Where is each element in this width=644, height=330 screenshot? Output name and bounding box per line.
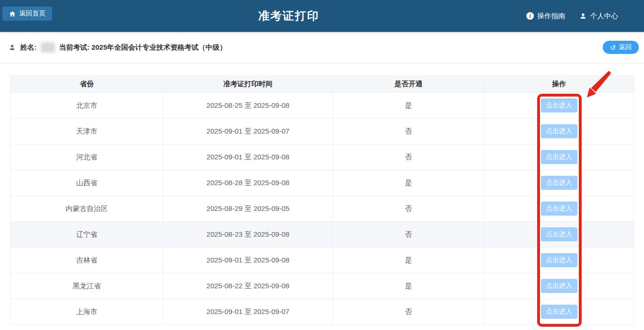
table-row: 天津市2025-09-01 至 2025-09-07否点击进入 [11,119,634,144]
enter-button[interactable]: 点击进入 [541,227,577,241]
table-row: 山西省2025-08-28 至 2025-09-08是点击进入 [11,170,634,196]
top-header-bar: 返回首页 准考证打印 i 操作指南 个人中心 [0,0,644,32]
print-period-cell: 2025-08-25 至 2025-09-08 [163,93,333,119]
action-cell: 点击进入 [484,144,634,170]
table-row: 河北省2025-09-01 至 2025-09-08否点击进入 [11,144,634,170]
main-content: 省份 准考证打印时间 是否开通 操作 北京市2025-08-25 至 2025-… [0,63,644,325]
home-icon [9,10,16,17]
print-period-cell: 2025-08-28 至 2025-09-08 [163,170,333,196]
table-row: 上海市2025-09-01 至 2025-09-07否点击进入 [11,299,634,325]
user-icon [579,12,587,20]
topbar-actions: i 操作指南 个人中心 [526,0,618,32]
print-period-cell: 2025-08-29 至 2025-09-05 [163,196,333,222]
open-status-cell: 否 [333,196,484,222]
table-header-row: 省份 准考证打印时间 是否开通 操作 [11,76,634,93]
return-label: 返回 [619,43,632,52]
action-cell: 点击进入 [484,170,634,196]
print-period-cell: 2025-09-01 至 2025-09-08 [163,144,333,170]
table-row: 北京市2025-08-25 至 2025-09-08是点击进入 [11,93,634,119]
back-home-button[interactable]: 返回首页 [2,7,52,21]
enter-button[interactable]: 点击进入 [541,124,577,138]
province-cell: 河北省 [11,144,163,170]
current-exam-label: 当前考试: 2025年全国会计专业技术资格考试（中级） [59,43,227,52]
back-home-label: 返回首页 [19,9,45,18]
print-period-cell: 2025-09-01 至 2025-09-07 [163,119,333,144]
table-row: 内蒙古自治区2025-08-29 至 2025-09-05否点击进入 [11,196,634,222]
print-period-cell: 2025-08-22 至 2025-09-08 [163,273,333,299]
province-cell: 内蒙古自治区 [11,196,163,222]
action-cell: 点击进入 [484,93,634,119]
open-status-cell: 是 [333,248,484,273]
col-header-print-period: 准考证打印时间 [163,76,333,93]
open-status-cell: 否 [333,222,484,248]
table-row: 黑龙江省2025-08-22 至 2025-09-08是点击进入 [11,273,634,299]
person-icon [8,44,16,51]
page-title: 准考证打印 [258,8,319,23]
print-period-cell: 2025-09-01 至 2025-09-07 [163,299,333,325]
action-cell: 点击进入 [484,299,634,325]
action-cell: 点击进入 [484,248,634,273]
open-status-cell: 否 [333,299,484,325]
action-cell: 点击进入 [484,273,634,299]
enter-button[interactable]: 点击进入 [541,305,577,319]
open-status-cell: 否 [333,119,484,144]
action-cell: 点击进入 [484,196,634,222]
open-status-cell: 是 [333,273,484,299]
info-icon: i [526,12,534,20]
enter-button[interactable]: 点击进入 [541,98,577,112]
open-status-cell: 否 [333,144,484,170]
col-header-action: 操作 [484,76,634,93]
enter-button[interactable]: 点击进入 [541,176,577,190]
province-cell: 吉林省 [11,248,163,273]
name-label: 姓名: [20,43,37,52]
guide-label: 操作指南 [537,12,565,21]
province-cell: 黑龙江省 [11,273,163,299]
table-row: 吉林省2025-09-01 至 2025-09-08是点击进入 [11,248,634,273]
enter-button[interactable]: 点击进入 [541,253,577,267]
profile-label: 个人中心 [590,12,618,21]
province-cell: 天津市 [11,119,163,144]
open-status-cell: 是 [333,170,484,196]
profile-link[interactable]: 个人中心 [579,12,618,21]
open-status-cell: 是 [333,93,484,119]
enter-button[interactable]: 点击进入 [541,279,577,293]
action-cell: 点击进入 [484,119,634,144]
province-cell: 上海市 [11,299,163,325]
enter-button[interactable]: 点击进入 [541,150,577,164]
province-table: 省份 准考证打印时间 是否开通 操作 北京市2025-08-25 至 2025-… [10,75,634,325]
action-cell: 点击进入 [484,222,634,248]
province-cell: 山西省 [11,170,163,196]
guide-link[interactable]: i 操作指南 [526,12,565,21]
user-exam-bar: 姓名: 当前考试: 2025年全国会计专业技术资格考试（中级） ↺ 返回 [0,32,644,63]
col-header-open-status: 是否开通 [333,76,484,93]
province-cell: 辽宁省 [11,222,163,248]
enter-button[interactable]: 点击进入 [541,202,577,216]
refresh-icon: ↺ [610,44,616,51]
redacted-name [41,42,55,52]
print-period-cell: 2025-08-23 至 2025-09-08 [163,222,333,248]
table-body: 北京市2025-08-25 至 2025-09-08是点击进入天津市2025-0… [11,93,634,325]
return-button[interactable]: ↺ 返回 [603,41,639,54]
col-header-province: 省份 [11,76,163,93]
print-period-cell: 2025-09-01 至 2025-09-08 [163,248,333,273]
table-row: 辽宁省2025-08-23 至 2025-09-08否点击进入 [11,222,634,248]
province-cell: 北京市 [11,93,163,119]
user-exam-info: 姓名: 当前考试: 2025年全国会计专业技术资格考试（中级） [8,42,603,52]
